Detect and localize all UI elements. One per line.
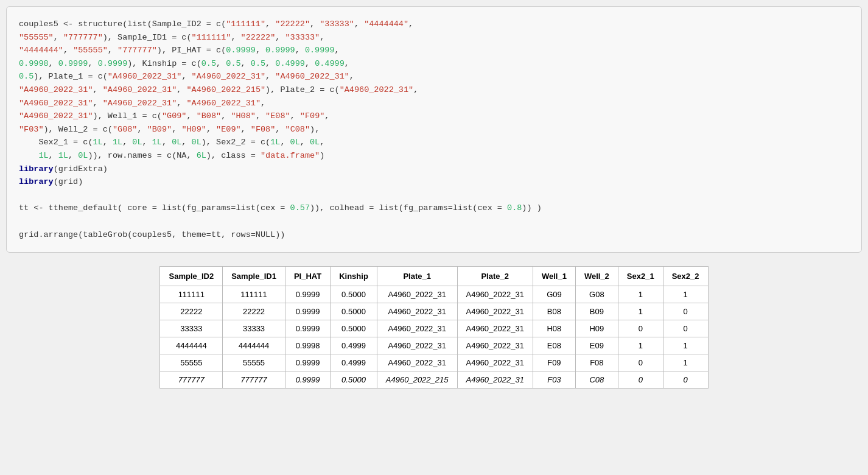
table-header-row: Sample_ID2 Sample_ID1 PI_HAT Kinship Pla… (160, 267, 708, 286)
table-cell: 0.5000 (331, 320, 377, 337)
table-cell: A4960_2022_31 (457, 371, 533, 389)
table-cell: 777777 (223, 371, 285, 389)
table-row: 33333333330.99990.5000A4960_2022_31A4960… (160, 320, 708, 337)
table-cell: A4960_2022_215 (377, 371, 457, 389)
col-header-well1: Well_1 (533, 267, 575, 286)
table-cell: A4960_2022_31 (377, 354, 457, 371)
table-cell: A4960_2022_31 (377, 320, 457, 337)
col-header-sex2-2: Sex2_2 (663, 267, 708, 286)
table-cell: 111111 (223, 286, 285, 303)
col-header-sample-id2: Sample_ID2 (160, 267, 223, 286)
table-cell: 0 (618, 320, 663, 337)
table-cell: A4960_2022_31 (377, 303, 457, 320)
table-cell: H08 (533, 320, 575, 337)
table-cell: 0.9999 (285, 286, 330, 303)
table-cell: 0.9999 (285, 354, 330, 371)
table-cell: 33333 (160, 320, 223, 337)
table-cell: 0.9999 (285, 303, 330, 320)
table-row: 1111111111110.99990.5000A4960_2022_31A49… (160, 286, 708, 303)
table-cell: 33333 (223, 320, 285, 337)
table-cell: 0.4999 (331, 354, 377, 371)
table-cell: A4960_2022_31 (457, 303, 533, 320)
table-cell: E08 (533, 337, 575, 354)
table-cell: 0 (618, 371, 663, 389)
table-row: 55555555550.99990.4999A4960_2022_31A4960… (160, 354, 708, 371)
col-header-plate2: Plate_2 (457, 267, 533, 286)
table-cell: 55555 (223, 354, 285, 371)
table-cell: 1 (618, 286, 663, 303)
code-block: couples5 <- structure(list(Sample_ID2 = … (6, 6, 862, 253)
table-cell: 0.5000 (331, 371, 377, 389)
table-cell: 1 (663, 354, 708, 371)
table-cell: 777777 (160, 371, 223, 389)
col-header-sample-id1: Sample_ID1 (223, 267, 285, 286)
table-cell: 0.4999 (331, 337, 377, 354)
table-cell: A4960_2022_31 (457, 286, 533, 303)
table-cell: A4960_2022_31 (457, 337, 533, 354)
table-cell: 0 (663, 371, 708, 389)
table-cell: F09 (533, 354, 575, 371)
table-container: Sample_ID2 Sample_ID1 PI_HAT Kinship Pla… (6, 266, 862, 389)
table-cell: 0 (618, 354, 663, 371)
table-cell: B08 (533, 303, 575, 320)
table-cell: C08 (575, 371, 618, 389)
table-cell: 111111 (160, 286, 223, 303)
col-header-plate1: Plate_1 (377, 267, 457, 286)
col-header-kinship: Kinship (331, 267, 377, 286)
table-cell: A4960_2022_31 (377, 337, 457, 354)
col-header-well2: Well_2 (575, 267, 618, 286)
table-cell: 55555 (160, 354, 223, 371)
table-cell: 1 (663, 337, 708, 354)
table-cell: 1 (663, 286, 708, 303)
table-row: 7777777777770.99990.5000A4960_2022_215A4… (160, 371, 708, 389)
table-cell: 22222 (223, 303, 285, 320)
table-cell: 1 (618, 337, 663, 354)
table-cell: 0.9999 (285, 320, 330, 337)
table-cell: 0 (663, 320, 708, 337)
data-table: Sample_ID2 Sample_ID1 PI_HAT Kinship Pla… (159, 266, 708, 389)
table-row: 22222222220.99990.5000A4960_2022_31A4960… (160, 303, 708, 320)
table-cell: 4444444 (223, 337, 285, 354)
table-cell: A4960_2022_31 (457, 320, 533, 337)
table-cell: 0.9998 (285, 337, 330, 354)
table-cell: B09 (575, 303, 618, 320)
table-cell: G09 (533, 286, 575, 303)
table-cell: E09 (575, 337, 618, 354)
table-cell: 0.5000 (331, 286, 377, 303)
table-cell: 4444444 (160, 337, 223, 354)
col-header-sex2-1: Sex2_1 (618, 267, 663, 286)
table-cell: 0 (663, 303, 708, 320)
table-cell: A4960_2022_31 (457, 354, 533, 371)
table-cell: 0.5000 (331, 303, 377, 320)
table-cell: H09 (575, 320, 618, 337)
table-cell: G08 (575, 286, 618, 303)
table-cell: 0.9999 (285, 371, 330, 389)
table-cell: A4960_2022_31 (377, 286, 457, 303)
col-header-pi-hat: PI_HAT (285, 267, 330, 286)
table-cell: 22222 (160, 303, 223, 320)
table-row: 444444444444440.99980.4999A4960_2022_31A… (160, 337, 708, 354)
table-cell: F08 (575, 354, 618, 371)
table-cell: F03 (533, 371, 575, 389)
table-cell: 1 (618, 303, 663, 320)
